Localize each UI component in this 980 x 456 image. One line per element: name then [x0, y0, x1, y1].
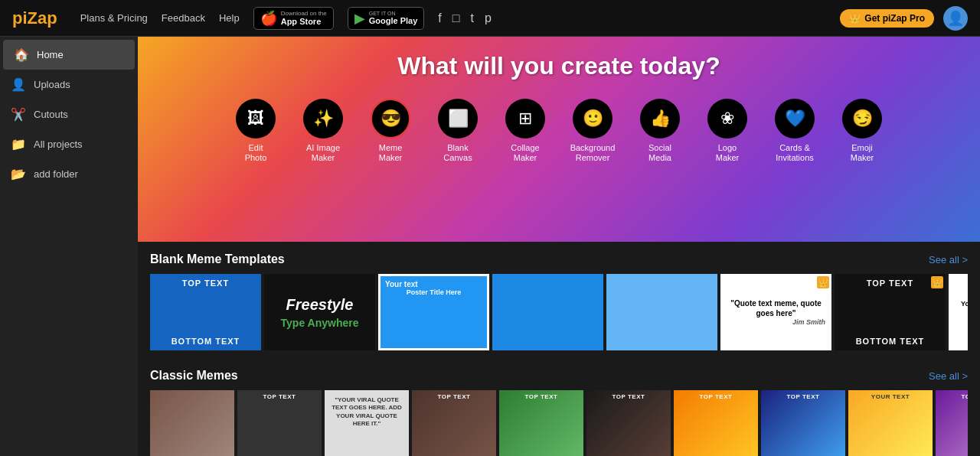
nav-right: 👑 Get piZap Pro 👤: [840, 6, 968, 31]
home-icon: 🏠: [14, 47, 29, 62]
user-avatar[interactable]: 👤: [943, 6, 968, 31]
c3-quote: "Your viral quote text goes here. Add yo…: [328, 393, 406, 432]
blank-template-5[interactable]: [606, 274, 717, 350]
classic-2[interactable]: TOP TEXT BOTTOM TEXT: [237, 390, 322, 456]
tpl7-top: TOP TEXT: [867, 278, 913, 288]
classic-memes-row: Your text TOP TEXT BOTTOM TEXT "Your vir…: [150, 390, 968, 456]
avatar-icon: 👤: [947, 10, 964, 27]
cards-label: Cards &Invitations: [776, 143, 814, 163]
crown-badge-6: 👑: [817, 276, 829, 288]
tool-logo-maker[interactable]: ❀ LogoMaker: [700, 99, 755, 163]
instagram-icon[interactable]: □: [452, 11, 460, 25]
sidebar-item-add-folder[interactable]: 📂 add folder: [0, 159, 138, 189]
blank-template-3[interactable]: Your text Poster Title Here: [378, 274, 489, 350]
tool-emoji-maker[interactable]: 😏 EmojiMaker: [835, 99, 890, 163]
pro-label: Get piZap Pro: [864, 13, 925, 24]
gplay-name: Google Play: [369, 16, 418, 25]
facebook-icon[interactable]: f: [438, 11, 441, 25]
all-projects-icon: 📁: [11, 137, 26, 151]
social-icons: f □ t p: [438, 11, 491, 25]
blank-template-8[interactable]: 👑 Your quote text goes here. Your text g…: [949, 274, 968, 350]
sidebar-item-all-projects[interactable]: 📁 All projects: [0, 129, 138, 159]
tool-cards-invitations[interactable]: 💙 Cards &Invitations: [767, 99, 822, 163]
tpl2-type: Type Anywhere: [281, 317, 359, 329]
collage-maker-icon-circle: ⊞: [505, 99, 545, 138]
tool-meme-maker[interactable]: 😎 MemeMaker: [363, 99, 418, 163]
logo-maker-icon-circle: ❀: [707, 99, 747, 138]
blank-template-7[interactable]: 👑 TOP TEXT BOTTOM TEXT: [835, 274, 946, 350]
classic-4[interactable]: TOP TEXT BOTTOM TEXT: [412, 390, 496, 456]
sidebar-item-cutouts[interactable]: ✂️ Cutouts: [0, 99, 138, 129]
classic-memes-section: Classic Memes See all > Your text TOP TE…: [138, 358, 980, 456]
appstore-button[interactable]: 🍎 Download on the App Store: [253, 7, 334, 30]
logo-text: piZap: [12, 8, 57, 28]
feedback-link[interactable]: Feedback: [162, 12, 205, 24]
tool-blank-canvas[interactable]: ⬜ BlankCanvas: [430, 99, 485, 163]
tpl6-author: Jim Smith: [792, 318, 825, 326]
hero-title: What will you create today?: [397, 52, 720, 80]
hero-banner: What will you create today? 🖼 EditPhoto …: [138, 37, 980, 242]
blank-canvas-icon-circle: ⬜: [438, 99, 478, 138]
apple-icon: 🍎: [260, 10, 277, 27]
blank-meme-header: Blank Meme Templates See all >: [150, 252, 968, 266]
social-media-label: SocialMedia: [648, 143, 671, 163]
meme-maker-label: MemeMaker: [379, 143, 403, 163]
c2-top: TOP TEXT: [263, 393, 296, 400]
classic-5[interactable]: TOP TEXT BOTTOM TEXT: [499, 390, 583, 456]
appstore-small: Download on the: [281, 10, 327, 17]
sidebar-item-uploads[interactable]: 👤 Uploads: [0, 70, 138, 99]
edit-photo-icon-circle: 🖼: [236, 99, 276, 138]
background-remover-label: BackgroundRemover: [570, 143, 616, 163]
edit-photo-label: EditPhoto: [245, 143, 267, 163]
appstore-name: App Store: [281, 17, 327, 26]
classic-8[interactable]: TOP TEXT BOTTOM TEXT: [761, 390, 845, 456]
sidebar: 🏠 Home 👤 Uploads ✂️ Cutouts 📁 All projec…: [0, 37, 138, 456]
sidebar-item-home[interactable]: 🏠 Home: [3, 40, 135, 70]
tool-social-media[interactable]: 👍 SocialMedia: [632, 99, 688, 163]
meme-maker-icon-circle: 😎: [371, 99, 410, 138]
twitter-icon[interactable]: t: [470, 11, 473, 25]
tool-background-remover[interactable]: 🙂 BackgroundRemover: [565, 99, 620, 163]
blank-template-4[interactable]: [492, 274, 603, 350]
classic-memes-title: Classic Memes: [150, 369, 238, 383]
classic-memes-header: Classic Memes See all >: [150, 369, 968, 383]
classic-7[interactable]: TOP TEXT BOTTOM TEXT: [674, 390, 758, 456]
logo-maker-label: LogoMaker: [716, 143, 740, 163]
pinterest-icon[interactable]: p: [485, 11, 492, 25]
ai-image-icon-circle: ✨: [303, 99, 343, 138]
tpl6-quote: "Quote text meme, quote goes here": [727, 298, 825, 318]
uploads-icon: 👤: [11, 77, 26, 92]
blank-template-6[interactable]: 👑 "Quote text meme, quote goes here" Jim…: [720, 274, 831, 350]
classic-10[interactable]: TOP TEXT BOTTOM TEXT: [936, 390, 968, 456]
tool-edit-photo[interactable]: 🖼 EditPhoto: [228, 99, 283, 163]
logo[interactable]: piZap: [12, 8, 57, 28]
nav-links: Plans & Pricing Feedback Help 🍎 Download…: [80, 7, 825, 30]
tool-ai-image-maker[interactable]: ✨ AI ImageMaker: [296, 99, 351, 163]
add-folder-icon: 📂: [11, 167, 26, 181]
cards-icon-circle: 💙: [775, 99, 815, 138]
classic-3[interactable]: "Your viral quote text goes here. Add yo…: [325, 390, 409, 456]
help-link[interactable]: Help: [219, 12, 240, 24]
crown-icon: 👑: [849, 13, 861, 24]
get-pro-button[interactable]: 👑 Get piZap Pro: [840, 9, 934, 28]
crown-badge-7: 👑: [931, 276, 943, 288]
tools-row: 🖼 EditPhoto ✨ AI ImageMaker 😎 MemeMaker …: [228, 99, 890, 163]
sidebar-home-label: Home: [37, 49, 64, 60]
plans-pricing-link[interactable]: Plans & Pricing: [80, 12, 148, 24]
sidebar-uploads-label: Uploads: [34, 79, 70, 90]
classic-1[interactable]: Your text: [150, 390, 234, 456]
blank-template-2[interactable]: Freestyle Type Anywhere: [264, 274, 375, 350]
gplay-icon: ▶: [354, 10, 365, 27]
tpl2-freestyle: Freestyle: [286, 296, 354, 314]
blank-template-1[interactable]: TOP TEXT BOTTOM TEXT: [150, 274, 261, 350]
classic-9[interactable]: YOUR TEXT YOUR TEXT: [848, 390, 933, 456]
c8-top: TOP TEXT: [787, 393, 820, 400]
blank-meme-section: Blank Meme Templates See all > TOP TEXT …: [138, 242, 980, 350]
main-layout: 🏠 Home 👤 Uploads ✂️ Cutouts 📁 All projec…: [0, 37, 980, 456]
classic-6[interactable]: TOP TEXT BOTTOM TEXT: [586, 390, 671, 456]
blank-meme-see-all[interactable]: See all >: [929, 254, 968, 265]
tool-collage-maker[interactable]: ⊞ CollageMaker: [498, 99, 553, 163]
c5-top: TOP TEXT: [525, 393, 558, 400]
classic-memes-see-all[interactable]: See all >: [929, 370, 968, 382]
googleplay-button[interactable]: ▶ GET IT ON Google Play: [348, 7, 425, 30]
